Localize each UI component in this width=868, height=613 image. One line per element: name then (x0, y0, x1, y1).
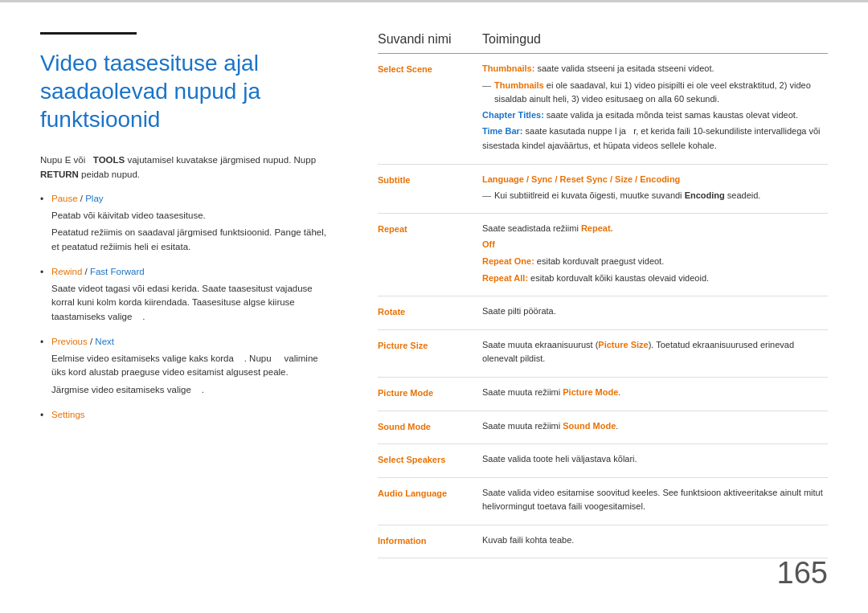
bullet-desc-pause1: Peatab või käivitab video taasesituse. (51, 209, 330, 223)
row-content-repeat: Saate seadistada režiimi Repeat. Off Rep… (482, 222, 828, 288)
play-label: Play (85, 194, 103, 203)
row-name-repeat: Repeat (378, 222, 482, 236)
previous-label: Previous (51, 337, 88, 346)
row-name-picture-size: Picture Size (378, 338, 482, 353)
list-item: Settings (40, 408, 330, 422)
bullet-title-previous: Previous / Next (51, 335, 330, 349)
column-header-name: Suvandi nimi (378, 32, 482, 47)
table-header: Suvandi nimi Toimingud (378, 32, 828, 54)
row-content-information: Kuvab faili kohta teabe. (482, 533, 828, 550)
row-content-select-scene: Thumbnails: saate valida stseeni ja esit… (482, 62, 828, 156)
row-name-select-scene: Select Scene (378, 62, 482, 76)
column-header-actions: Toimingud (482, 32, 828, 47)
row-name-picture-mode: Picture Mode (378, 386, 482, 400)
table-row: Picture Mode Saate muuta režiimi Picture… (378, 378, 828, 411)
row-name-select-speakers: Select Speakers (378, 452, 482, 467)
pause-label: Pause (51, 194, 78, 203)
row-content-subtitle: Language / Sync / Reset Sync / Size / En… (482, 173, 828, 205)
bullet-desc-pause2: Peatatud režiimis on saadaval järgmised … (51, 226, 330, 254)
bullet-desc-rewind: Saate videot tagasi või edasi kerida. Sa… (51, 282, 330, 324)
row-content-select-speakers: Saate valida toote heli väljastava kõlar… (482, 452, 828, 469)
bullet-title-rewind: Rewind / Fast Forward (51, 265, 330, 279)
intro-text: Nupu E või TOOLS vajutamisel kuvatakse j… (40, 153, 330, 182)
table-row: Sound Mode Saate muuta režiimi Sound Mod… (378, 411, 828, 445)
row-content-audio-language: Saate valida video esitamise soovitud ke… (482, 486, 828, 517)
table-row: Select Speakers Saate valida toote heli … (378, 444, 828, 478)
settings-label: Settings (51, 410, 85, 419)
accent-bar (40, 32, 137, 35)
bullet-title-settings: Settings (51, 408, 330, 422)
page-title: Video taasesituse ajal saadaolevad nupud… (40, 49, 330, 133)
list-item: Pause / Play Peatab või käivitab video t… (40, 192, 330, 254)
table-body: Select Scene Thumbnails: saate valida st… (378, 54, 828, 558)
fastforward-label: Fast Forward (90, 267, 145, 276)
table-row: Select Scene Thumbnails: saate valida st… (378, 54, 828, 165)
table-row: Rotate Saate pilti pöörata. (378, 296, 828, 330)
list-item: Previous / Next Eelmise video esitamisek… (40, 335, 330, 397)
row-content-sound-mode: Saate muuta režiimi Sound Mode. (482, 419, 828, 436)
row-name-rotate: Rotate (378, 304, 482, 319)
table-row: Subtitle Language / Sync / Reset Sync / … (378, 165, 828, 214)
bullet-desc-prev1: Eelmise video esitamiseks valige kaks ko… (51, 352, 330, 380)
row-name-information: Information (378, 533, 482, 548)
row-name-subtitle: Subtitle (378, 173, 482, 187)
bullet-list: Pause / Play Peatab või käivitab video t… (40, 192, 330, 422)
page-number: 165 (777, 556, 828, 591)
right-column: Suvandi nimi Toimingud Select Scene Thum… (362, 32, 828, 581)
row-content-picture-size: Saate muuta ekraanisuurust (Picture Size… (482, 338, 828, 369)
bullet-title-pause: Pause / Play (51, 192, 330, 206)
row-content-picture-mode: Saate muuta režiimi Picture Mode. (482, 386, 828, 403)
top-decorative-line (0, 0, 868, 2)
row-name-sound-mode: Sound Mode (378, 419, 482, 434)
next-label: Next (95, 337, 114, 346)
table-row: Picture Size Saate muuta ekraanisuurust … (378, 330, 828, 378)
rewind-label: Rewind (51, 267, 82, 276)
table-row: Repeat Saate seadistada režiimi Repeat. … (378, 214, 828, 296)
table-row: Information Kuvab faili kohta teabe. (378, 525, 828, 559)
row-name-audio-language: Audio Language (378, 486, 482, 501)
row-content-rotate: Saate pilti pöörata. (482, 304, 828, 321)
left-column: Video taasesituse ajal saadaolevad nupud… (40, 32, 362, 581)
list-item: Rewind / Fast Forward Saate videot tagas… (40, 265, 330, 324)
table-row: Audio Language Saate valida video esitam… (378, 478, 828, 525)
bullet-desc-prev2: Järgmise video esitamiseks valige . (51, 383, 330, 397)
